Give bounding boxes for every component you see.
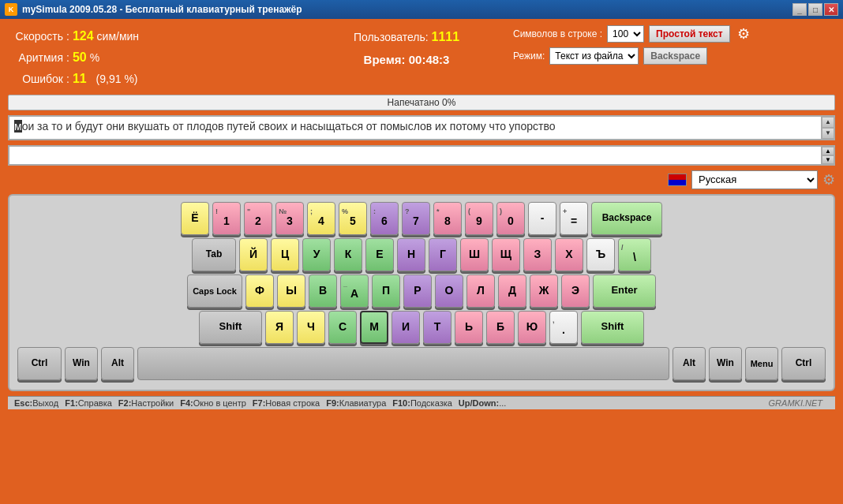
key-a[interactable]: _А xyxy=(340,274,369,308)
right-alt-key[interactable]: Alt xyxy=(673,347,706,380)
simple-text-button[interactable]: Простой текст xyxy=(649,25,730,43)
backspace-button[interactable]: Backspace xyxy=(643,47,707,65)
key-e[interactable]: Е xyxy=(365,238,394,271)
minimize-button[interactable]: _ xyxy=(792,3,807,16)
space-key[interactable] xyxy=(137,347,669,380)
input-area[interactable]: ▲ ▼ xyxy=(8,145,835,166)
key-j[interactable]: Й xyxy=(239,238,268,271)
left-alt-key[interactable]: Alt xyxy=(101,347,134,380)
right-win-key[interactable]: Win xyxy=(709,347,742,380)
key-t[interactable]: Т xyxy=(423,311,451,344)
user-label: Пользователь: xyxy=(354,31,429,43)
input-scrollbar-v[interactable]: ▲ ▼ xyxy=(821,147,834,164)
close-button[interactable]: ✕ xyxy=(824,3,838,16)
key-s[interactable]: С xyxy=(328,311,357,344)
key-g[interactable]: Г xyxy=(429,238,457,271)
flag-red xyxy=(669,174,686,180)
key-shch[interactable]: Щ xyxy=(492,238,520,271)
key-2[interactable]: "2 xyxy=(244,202,272,235)
key-yu[interactable]: Ю xyxy=(518,311,546,344)
key-hard[interactable]: Ъ xyxy=(586,238,615,271)
key-d[interactable]: Д xyxy=(498,274,526,308)
maximize-button[interactable]: □ xyxy=(808,3,822,16)
menu-key[interactable]: Menu xyxy=(745,347,778,380)
key-period[interactable]: ,. xyxy=(549,311,578,344)
enter-key[interactable]: Enter xyxy=(593,274,656,308)
key-ya[interactable]: Я xyxy=(265,311,294,344)
gear-icon[interactable]: ⚙ xyxy=(735,25,752,43)
key-8[interactable]: *8 xyxy=(433,202,462,235)
progress-bar: Напечатано 0% xyxy=(8,95,835,110)
lang-gear-icon[interactable]: ⚙ xyxy=(822,171,835,189)
right-ctrl-key[interactable]: Ctrl xyxy=(781,347,826,380)
status-updown: Up/Down:... xyxy=(459,398,507,408)
scroll-up-button[interactable]: ▲ xyxy=(822,117,834,128)
key-u[interactable]: У xyxy=(302,238,331,271)
key-v[interactable]: В xyxy=(309,274,337,308)
language-select[interactable]: Русская xyxy=(691,170,818,189)
text-content: ои за то и будут они вкушать от плодов п… xyxy=(22,120,556,133)
key-m[interactable]: М xyxy=(360,311,388,344)
language-flag xyxy=(668,174,687,186)
key-b[interactable]: Б xyxy=(486,311,515,344)
left-win-key[interactable]: Win xyxy=(65,347,98,380)
flag-blue xyxy=(669,180,686,185)
key-backslash[interactable]: /\ xyxy=(618,238,651,271)
key-i[interactable]: И xyxy=(392,311,420,344)
key-zh[interactable]: Ж xyxy=(530,274,558,308)
arrhythmia-label: Аритмия xyxy=(8,49,63,68)
status-f2: F2:Настройки xyxy=(118,398,174,408)
key-6[interactable]: :6 xyxy=(370,202,399,235)
key-minus[interactable]: - xyxy=(528,202,556,235)
window-controls: _ □ ✕ xyxy=(792,3,838,16)
mode-select[interactable]: Текст из файла xyxy=(549,47,639,65)
key-7[interactable]: ?7 xyxy=(402,202,430,235)
statusbar: Esc:Выход F1:Справка F2:Настройки F4:Окн… xyxy=(8,396,835,409)
key-h[interactable]: Х xyxy=(555,238,583,271)
key-equals[interactable]: += xyxy=(560,202,588,235)
key-0[interactable]: )0 xyxy=(496,202,525,235)
caps-lock-key[interactable]: Caps Lock xyxy=(187,274,242,308)
keyboard-row-1: Ё !1 "2 №3 ;4 %5 :6 ?7 *8 (9 )0 - += Bac… xyxy=(17,202,826,235)
stats-center: Пользователь: 1111 Время: 00:48:3 xyxy=(308,25,505,72)
key-o[interactable]: О xyxy=(435,274,463,308)
input-scroll-down[interactable]: ▼ xyxy=(822,155,834,164)
key-9[interactable]: (9 xyxy=(465,202,493,235)
key-p[interactable]: П xyxy=(372,274,400,308)
key-n[interactable]: Н xyxy=(397,238,425,271)
tab-key[interactable]: Tab xyxy=(192,238,236,271)
key-y[interactable]: Ы xyxy=(277,274,305,308)
status-esc: Esc:Выход xyxy=(14,398,58,408)
watermark: GRAMKI.NET xyxy=(769,398,822,408)
chars-select[interactable]: 100 xyxy=(607,25,644,43)
text-scrollbar-v[interactable]: ▲ ▼ xyxy=(821,117,834,139)
key-1[interactable]: !1 xyxy=(212,202,241,235)
key-z[interactable]: З xyxy=(523,238,552,271)
key-5[interactable]: %5 xyxy=(339,202,367,235)
left-ctrl-key[interactable]: Ctrl xyxy=(17,347,62,380)
errors-label: Ошибок xyxy=(8,70,63,89)
key-l[interactable]: Л xyxy=(466,274,495,308)
key-f[interactable]: Ф xyxy=(245,274,274,308)
left-shift-key[interactable]: Shift xyxy=(199,311,262,344)
key-3[interactable]: №3 xyxy=(275,202,304,235)
key-soft[interactable]: Ь xyxy=(455,311,483,344)
status-f4: F4:Окно в центр xyxy=(180,398,246,408)
key-ch[interactable]: Ч xyxy=(297,311,325,344)
backspace-key[interactable]: Backspace xyxy=(591,202,662,235)
key-yo[interactable]: Ё xyxy=(181,202,209,235)
right-shift-key[interactable]: Shift xyxy=(581,311,644,344)
key-r[interactable]: Р xyxy=(403,274,432,308)
scroll-down-button[interactable]: ▼ xyxy=(822,128,834,139)
key-k[interactable]: К xyxy=(334,238,362,271)
key-4[interactable]: ;4 xyxy=(307,202,335,235)
titlebar: K mySimula 2009.05.28 - Бесплатный клави… xyxy=(0,0,843,19)
key-sh[interactable]: Ш xyxy=(460,238,489,271)
language-row: Русская ⚙ xyxy=(8,170,835,189)
app-window: K mySimula 2009.05.28 - Бесплатный клави… xyxy=(0,0,843,504)
keyboard-row-2: Tab Й Ц У К Е Н Г Ш Щ З Х Ъ /\ xyxy=(17,238,826,271)
key-c[interactable]: Ц xyxy=(271,238,299,271)
key-eh[interactable]: Э xyxy=(561,274,590,308)
keyboard-row-4: Shift Я Ч С М И Т Ь Б Ю ,. Shift xyxy=(17,311,826,344)
input-scroll-up[interactable]: ▲ xyxy=(822,147,834,155)
